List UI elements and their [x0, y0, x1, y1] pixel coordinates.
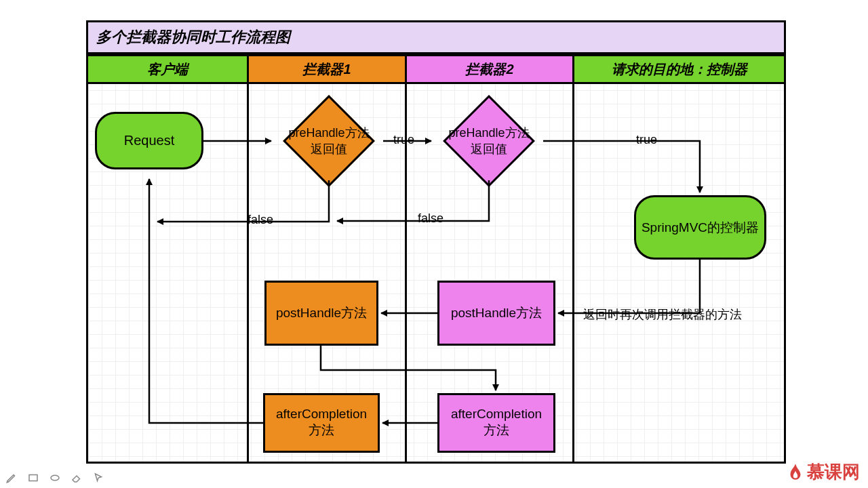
lane-header-controller: 请求的目的地：控制器 — [572, 54, 786, 84]
edge-label-true1: true — [393, 133, 414, 147]
edge-label-return: 返回时再次调用拦截器的方法 — [583, 306, 742, 323]
rect-icon[interactable] — [27, 472, 39, 484]
node-aftercompletion1: afterCompletion方法 — [263, 393, 380, 453]
eraser-icon[interactable] — [71, 472, 83, 484]
cursor-icon[interactable] — [92, 472, 104, 484]
lane-header-interceptor2-text: 拦截器2 — [465, 60, 513, 79]
node-posthandle2: postHandle方法 — [437, 281, 555, 346]
flame-icon — [787, 462, 804, 483]
lane-header-client: 客户端 — [86, 54, 249, 84]
lane-header-controller-text: 请求的目的地：控制器 — [612, 60, 747, 79]
node-posthandle2-label: postHandle方法 — [451, 304, 542, 322]
pencil-icon[interactable] — [5, 472, 18, 484]
node-posthandle1-label: postHandle方法 — [276, 304, 367, 322]
bottom-toolbar — [5, 472, 104, 484]
node-request-label: Request — [124, 133, 175, 148]
edge-label-true2: true — [636, 133, 657, 147]
svg-point-6 — [51, 475, 59, 481]
edge-label-false1: false — [248, 213, 273, 227]
diagram-title: 多个拦截器协同时工作流程图 — [86, 20, 786, 54]
lane-header-interceptor1-text: 拦截器1 — [302, 60, 351, 79]
diagram-canvas: 多个拦截器协同时工作流程图 客户端 拦截器1 拦截器2 请求的目的地：控制器 R… — [0, 0, 868, 488]
node-prehandle1-label: preHandle方法返回值 — [275, 102, 383, 180]
svg-rect-5 — [29, 475, 37, 481]
node-controller-label: SpringMVC的控制器 — [642, 219, 759, 237]
lane-header-interceptor2: 拦截器2 — [405, 54, 574, 84]
node-prehandle1: preHandle方法返回值 — [275, 102, 383, 180]
node-prehandle2-label: preHandle方法返回值 — [435, 102, 543, 180]
node-prehandle2: preHandle方法返回值 — [435, 102, 543, 180]
brand-logo: 慕课网 — [787, 460, 860, 484]
lane-header-interceptor1: 拦截器1 — [247, 54, 407, 84]
node-request: Request — [95, 112, 203, 169]
edge-label-false2: false — [418, 211, 443, 226]
node-controller: SpringMVC的控制器 — [634, 195, 766, 260]
diagram-title-text: 多个拦截器协同时工作流程图 — [96, 27, 290, 47]
brand-text: 慕课网 — [807, 460, 860, 484]
ellipse-icon[interactable] — [49, 472, 61, 484]
lane-header-client-text: 客户端 — [147, 60, 188, 79]
node-posthandle1: postHandle方法 — [264, 281, 378, 346]
node-aftercompletion2: afterCompletion方法 — [437, 393, 555, 453]
lane-body-controller — [572, 82, 786, 464]
